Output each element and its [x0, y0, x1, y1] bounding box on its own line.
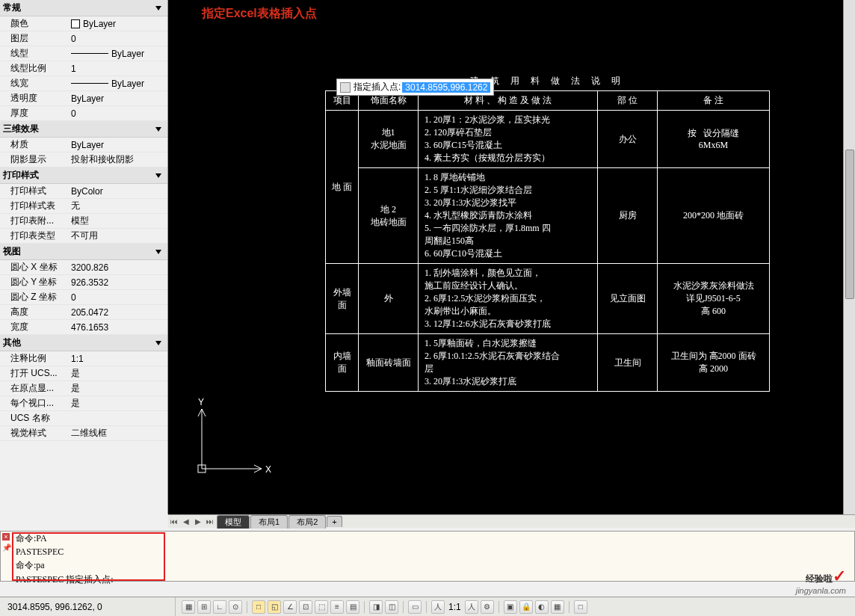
snap-icon[interactable]: ⊞ — [197, 600, 211, 614]
height-field[interactable]: 205.0472 — [71, 307, 167, 318]
prop-label: 线宽 — [0, 77, 71, 90]
ducs-icon[interactable]: ⊡ — [299, 600, 312, 614]
ws-icon[interactable]: ▣ — [504, 600, 517, 614]
lineweight-field[interactable]: ByLayer — [71, 78, 167, 89]
tpy-icon[interactable]: ▤ — [346, 600, 359, 614]
section-plot[interactable]: 打印样式 — [0, 167, 167, 184]
color-field[interactable]: ByLayer — [71, 19, 167, 29]
ucs-open-field[interactable]: 是 — [71, 367, 167, 380]
clean-icon[interactable]: □ — [574, 600, 587, 614]
vertical-scrollbar[interactable] — [843, 0, 855, 514]
last-tab-button[interactable]: ⏭ — [204, 517, 216, 527]
centery-field[interactable]: 926.3532 — [71, 277, 167, 288]
tab-model[interactable]: 模型 — [217, 515, 250, 529]
table-cell: 地 面 — [326, 111, 359, 264]
tab-layout2[interactable]: 布局2 — [288, 515, 326, 529]
tab-layout1[interactable]: 布局1 — [250, 515, 288, 529]
lock-icon[interactable]: 🔒 — [519, 600, 533, 614]
section-label: 视图 — [3, 245, 21, 258]
linetype-field[interactable]: ByLayer — [71, 49, 167, 59]
otrack-icon[interactable]: ∠ — [283, 600, 297, 614]
model-button[interactable]: ▭ — [408, 600, 422, 614]
line-icon — [71, 53, 108, 54]
table-cell: 厨房 — [598, 168, 658, 264]
section-3d[interactable]: 三维效果 — [0, 121, 167, 138]
prop-label: 颜色 — [0, 17, 71, 30]
width-field[interactable]: 476.1653 — [71, 322, 167, 333]
thickness-field[interactable]: 0 — [71, 108, 167, 119]
drawing-canvas[interactable]: 指定Excel表格插入点 建 筑 用 料 做 法 说 明 项目 饰面名称 材 料… — [168, 0, 855, 514]
grid-icon[interactable]: ▦ — [182, 600, 195, 614]
qp-icon[interactable]: ◨ — [369, 600, 383, 614]
command-history-line: 命令:pa — [13, 558, 854, 573]
origin-field[interactable]: 是 — [71, 382, 167, 395]
prop-label: 打印样式表 — [0, 200, 71, 212]
svg-line-5 — [202, 409, 206, 416]
hw-icon[interactable]: ◐ — [535, 600, 549, 614]
table-cell: 按 设分隔缝 6Mx6M — [658, 111, 770, 168]
shadow-field[interactable]: 投射和接收阴影 — [71, 153, 167, 166]
pin-icon[interactable]: 📌 — [2, 543, 10, 551]
layer-field[interactable]: 0 — [71, 34, 167, 44]
section-other[interactable]: 其他 — [0, 335, 167, 351]
close-icon[interactable]: × — [2, 533, 10, 540]
prev-tab-button[interactable]: ◀ — [180, 517, 192, 527]
annovis-icon[interactable]: 人 — [465, 600, 478, 614]
ortho-icon[interactable]: ∟ — [213, 600, 226, 614]
coordinate-display[interactable]: 3014.8595, 996.1262, 0 — [0, 597, 176, 616]
plotattach-field[interactable]: 模型 — [71, 215, 167, 227]
section-view[interactable]: 视图 — [0, 244, 167, 260]
header-cell: 备 注 — [658, 91, 770, 111]
viewport-field[interactable]: 是 — [71, 397, 167, 410]
prop-label: 圆心 X 坐标 — [0, 261, 71, 274]
table-cell: 200*200 地面砖 — [658, 168, 770, 264]
table-cell: 1. 刮外墙涂料，颜色见立面， 施工前应经设计人确认。 2. 6厚1:2.5水泥… — [419, 264, 598, 334]
paste-icon — [340, 82, 351, 93]
add-tab-button[interactable]: + — [327, 516, 342, 527]
command-history-line: 命令:PA — [13, 532, 854, 546]
transparency-field[interactable]: ByLayer — [71, 93, 167, 104]
annoscale-field[interactable]: 1:1 — [71, 354, 167, 364]
scale-display[interactable]: 1:1 — [447, 602, 463, 612]
prop-label: 线型比例 — [0, 62, 71, 75]
centerx-field[interactable]: 3200.826 — [71, 262, 167, 273]
properties-panel: 常规 颜色ByLayer 图层0 线型ByLayer 线型比例1 线宽ByLay… — [0, 0, 168, 514]
table-cell: 卫生间 — [598, 334, 658, 392]
dyn-icon[interactable]: ⬚ — [315, 600, 328, 614]
coord-input[interactable]: 3014.8595,996.1262 — [402, 82, 490, 93]
collapse-icon — [155, 341, 161, 345]
table-cell: 办公 — [598, 111, 658, 168]
visualstyle-field[interactable]: 二维线框 — [71, 427, 167, 440]
svg-line-2 — [254, 469, 262, 472]
ltscale-field[interactable]: 1 — [71, 64, 167, 74]
annoscale-icon[interactable]: 人 — [431, 600, 445, 614]
command-input[interactable]: PASTESPEC 指定插入点: — [13, 573, 854, 587]
section-label: 常规 — [3, 1, 21, 14]
color-swatch-icon — [71, 19, 80, 28]
plotstyle-field[interactable]: ByColor — [71, 186, 167, 197]
prop-label: 图层 — [0, 32, 71, 45]
prop-label: 宽度 — [0, 321, 71, 333]
prompt-label: 指定插入点: — [354, 81, 401, 93]
next-tab-button[interactable]: ▶ — [192, 517, 204, 527]
first-tab-button[interactable]: ⏮ — [168, 517, 180, 527]
section-general[interactable]: 常规 — [0, 0, 167, 16]
plottype-field[interactable]: 不可用 — [71, 230, 167, 242]
lwt-icon[interactable]: ≡ — [330, 600, 344, 614]
prop-label: 视觉样式 — [0, 427, 71, 440]
svg-line-4 — [198, 409, 202, 416]
polar-icon[interactable]: ⊙ — [229, 600, 242, 614]
iso-icon[interactable]: ▦ — [551, 600, 564, 614]
material-field[interactable]: ByLayer — [71, 140, 167, 150]
scrollbar-thumb[interactable] — [845, 150, 854, 299]
plottable-field[interactable]: 无 — [71, 200, 167, 212]
annoauto-icon[interactable]: ⚙ — [481, 600, 494, 614]
sc-icon[interactable]: ◫ — [385, 600, 398, 614]
centerz-field[interactable]: 0 — [71, 292, 167, 303]
osnap-icon[interactable]: □ — [252, 600, 265, 614]
status-bar: 3014.8595, 996.1262, 0 ▦ ⊞ ∟ ⊙ □ ◱ ∠ ⊡ ⬚… — [0, 597, 855, 616]
svg-text:Y: Y — [198, 398, 204, 407]
3dosnap-icon[interactable]: ◱ — [268, 600, 281, 614]
collapse-icon — [155, 250, 161, 254]
table-cell: 1. 20厚1：2水泥沙浆，压实抹光 2. 120厚碎石垫层 3. 60厚C15… — [419, 111, 598, 168]
